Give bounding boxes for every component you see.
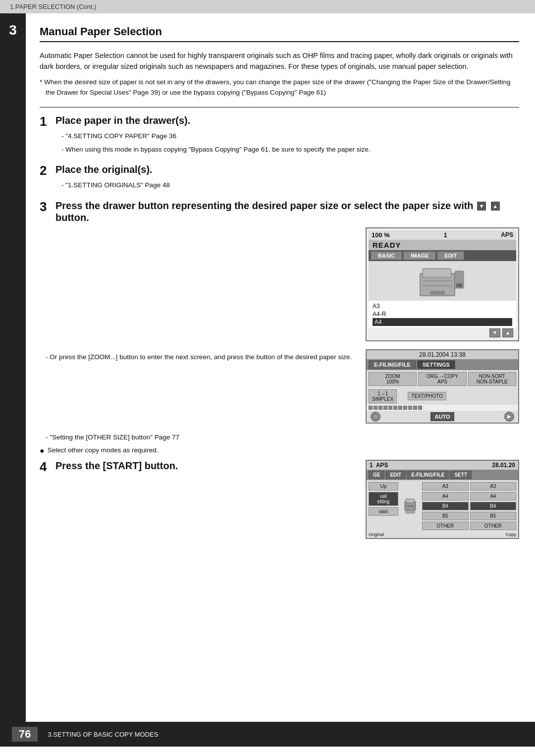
screen3-top-bar: 1 APS 28.01.20 — [367, 461, 518, 470]
screen3-b4-copy[interactable]: B4 — [470, 502, 517, 510]
screen1-tabs: BASIC IMAGE EDIT — [369, 250, 516, 261]
top-header: 1.PAPER SELECTION (Cont.) — [0, 0, 535, 13]
screen2-duplex-btn[interactable]: 1→1 SIMPLEX — [369, 389, 397, 403]
screen3-tab-edit[interactable]: EDIT — [385, 471, 406, 479]
bullet-circle-icon: ● — [40, 447, 45, 455]
screen3-a4-copy[interactable]: A4 — [470, 492, 517, 500]
screen1-machine-area — [369, 261, 516, 301]
header-label: 1.PAPER SELECTION (Cont.) — [10, 3, 97, 10]
screen2-date: 28.01.2004 13:38 — [367, 350, 518, 359]
machine-svg — [415, 264, 470, 298]
step-1-number: 1 — [40, 114, 55, 129]
screen3-labels: Original Copy — [367, 532, 518, 538]
screen2-auto-btn[interactable]: AUTO — [430, 412, 455, 421]
svg-rect-3 — [456, 283, 462, 287]
screen1-tab-edit[interactable]: EDIT — [437, 251, 464, 260]
screen3-other-copy[interactable]: OTHER — [470, 522, 517, 530]
step-1-title: Place paper in the drawer(s). — [55, 114, 519, 126]
screen3-a4-orig[interactable]: A4 — [422, 492, 469, 500]
page-number: 76 — [12, 727, 38, 742]
screen2-tab-settings[interactable]: SETTINGS — [417, 360, 455, 369]
screen3-center-icon: COPY — [400, 482, 420, 530]
prog-dot-5 — [388, 406, 392, 410]
screen1-top-bar: 100 % 1 APS — [369, 230, 516, 240]
section-title: Manual Paper Selection — [40, 25, 519, 42]
step-2-bullet-1: "1.SETTING ORIGINALS" Page 48 — [61, 180, 519, 190]
screen2-grid: ZOOM 100% ORG.→COPY APS NON-SORT NON-STA… — [367, 370, 518, 388]
screen3-date: 28.01.20 — [492, 462, 515, 469]
sidebar: 3 — [0, 13, 26, 722]
svg-rect-6 — [430, 291, 445, 295]
down-arrow-icon: ▼ — [477, 202, 486, 211]
screen2-row2: 1→1 SIMPLEX TEXT/PHOTO — [367, 388, 518, 405]
screen1-mockup: 100 % 1 APS READY BASIC IMAGE EDIT — [366, 227, 519, 341]
screen3-down-btn[interactable]: own — [369, 507, 398, 516]
screen1-arrow-buttons: ▼ ▲ — [369, 327, 516, 338]
step-4-block: "Setting the [OTHER SIZE] button" Page 7… — [40, 432, 519, 539]
prog-dot-4 — [383, 406, 387, 410]
step-1-bullet-2: When using this mode in bypass copying "… — [61, 145, 519, 155]
step-2-number: 2 — [40, 163, 55, 178]
screen1-aps: APS — [501, 231, 513, 238]
step-1-bullet-1: "4.SETTING COPY PAPER" Page 36 — [61, 131, 519, 141]
step-4-text-col: 4 Press the [START] button. — [40, 460, 358, 474]
step-3-title: Press the drawer button representing the… — [55, 200, 501, 223]
screen3-b5-orig[interactable]: B5 — [422, 512, 469, 520]
step-3-note-col: Or press the [ZOOM...] button to enter t… — [40, 349, 358, 362]
step-4-number: 4 — [40, 460, 55, 474]
screen3-b4-orig[interactable]: B4 — [422, 502, 469, 510]
up-arrow-icon: ▲ — [491, 202, 500, 211]
screen2-text-photo-btn[interactable]: TEXT/PHOTO — [408, 392, 446, 400]
step-3-block: 3 Press the drawer button representing t… — [40, 200, 519, 424]
prog-dot-3 — [378, 406, 382, 410]
screen2-tabs: E-FILING/FILE SETTINGS — [367, 359, 518, 370]
screen2-zoom-cell: ZOOM 100% — [369, 372, 417, 386]
screen2-circle-btn[interactable]: ○ — [371, 412, 380, 422]
screen3-tab-efiling[interactable]: E-FILING/FILE — [407, 471, 449, 479]
step-3-row: 3 Press the drawer button representing t… — [40, 200, 519, 223]
prog-dot-10 — [413, 406, 417, 410]
screen1-up-btn[interactable]: ▲ — [502, 328, 513, 337]
prog-dot-9 — [408, 406, 412, 410]
screen2-bottom-row: ○ AUTO ▶ — [367, 411, 518, 423]
screen3-setting-btn: ual etting — [369, 492, 398, 506]
screen3-other-orig[interactable]: OTHER — [422, 522, 469, 530]
screen1-paper-a4[interactable]: A4 — [373, 318, 512, 326]
screen3-a3-orig[interactable]: A3 — [422, 482, 469, 490]
prog-dot-8 — [403, 406, 407, 410]
screen3-copier-svg: COPY — [403, 497, 418, 515]
prog-dot-2 — [374, 406, 377, 410]
bottom-bar: 76 3.SETTING OF BASIC COPY MODES — [0, 722, 535, 747]
screen3-tab-sett[interactable]: SETT — [450, 471, 472, 479]
svg-rect-1 — [423, 269, 451, 277]
prog-dot-6 — [393, 406, 397, 410]
screen1-paper-a3: A3 — [373, 302, 512, 310]
screen1-ready: READY — [369, 240, 516, 250]
screen2-mockup: 28.01.2004 13:38 E-FILING/FILE SETTINGS … — [366, 349, 519, 424]
screen2-progress-dots — [367, 405, 518, 411]
step-1-block: 1 Place paper in the drawer(s). "4.SETTI… — [40, 114, 519, 155]
intro-note: *When the desired size of paper is not s… — [40, 77, 519, 98]
screen3-tabs: GE EDIT E-FILING/FILE SETT — [367, 470, 518, 480]
screen2-arrow-btn[interactable]: ▶ — [504, 412, 514, 422]
screen3-mockup: 1 APS 28.01.20 GE EDIT E-FILING/FILE SET… — [366, 460, 519, 539]
step-4-row: 4 Press the [START] button. — [40, 460, 358, 474]
intro-paragraph: Automatic Paper Selection cannot be used… — [40, 50, 519, 72]
select-note-item: ● Select other copy modes as required. — [40, 446, 519, 455]
screen2-tab-efiling[interactable]: E-FILING/FILE — [369, 360, 416, 369]
screen3-a3-copy[interactable]: A3 — [470, 482, 517, 490]
screen1-paper-a4r: A4-R — [373, 310, 512, 318]
screen3-paper-grid: A3 A3 A4 A4 B4 B4 B5 B5 OTHER OTHER — [422, 482, 516, 530]
screen3-b5-copy[interactable]: B5 — [470, 512, 517, 520]
prog-dot-1 — [369, 406, 373, 410]
screen3-tab-ge[interactable]: GE — [369, 471, 384, 479]
screen2-non-sort-cell: NON-SORT NON-STAPLE — [468, 372, 516, 386]
prog-dot-7 — [398, 406, 402, 410]
screen1-down-btn[interactable]: ▼ — [489, 328, 500, 337]
star-symbol: * — [40, 78, 42, 86]
footer-label: 3.SETTING OF BASIC COPY MODES — [48, 731, 158, 738]
screen3-up-btn[interactable]: Up — [369, 482, 398, 490]
other-size-note: "Setting the [OTHER SIZE] button" Page 7… — [46, 432, 519, 442]
screen1-tab-image[interactable]: IMAGE — [403, 251, 436, 260]
screen1-tab-basic[interactable]: BASIC — [371, 251, 402, 260]
